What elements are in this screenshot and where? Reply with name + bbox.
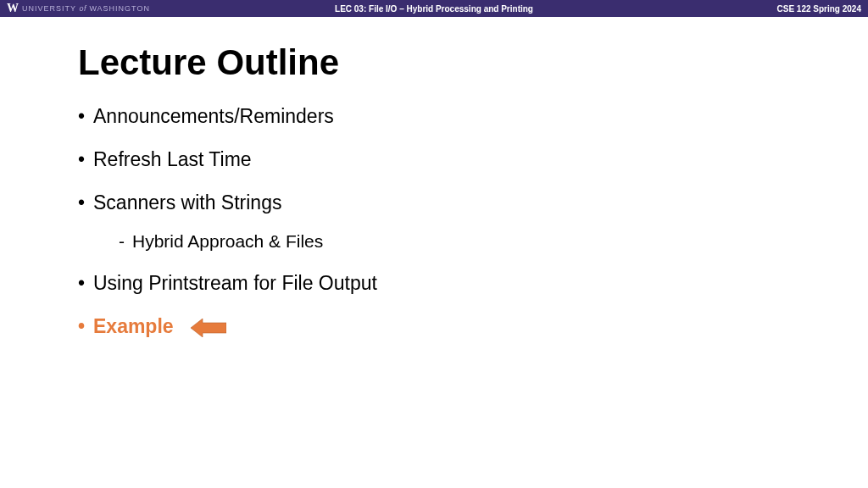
slide-title: Lecture Outline xyxy=(78,42,790,83)
university-suffix: WASHINGTON xyxy=(89,4,150,13)
outline-item-text: Example xyxy=(93,315,174,337)
outline-item-text: Announcements/Reminders xyxy=(93,105,334,127)
outline-item: Scanners with Strings Hybrid Approach & … xyxy=(78,191,790,252)
slide-content: Lecture Outline Announcements/Reminders … xyxy=(0,17,868,384)
university-of: of xyxy=(79,4,86,13)
university-branding: W UNIVERSITY of WASHINGTON xyxy=(7,2,150,15)
outline-sub-item: Hybrid Approach & Files xyxy=(119,231,790,252)
course-label: CSE 122 Spring 2024 xyxy=(777,4,862,14)
outline-item: Using Printstream for File Output xyxy=(78,272,790,295)
university-prefix: UNIVERSITY xyxy=(22,4,76,13)
university-name: UNIVERSITY of WASHINGTON xyxy=(22,4,150,13)
lecture-label: LEC 03: File I/O – Hybrid Processing and… xyxy=(335,4,533,14)
current-indicator-arrow-icon xyxy=(191,319,226,337)
svg-marker-0 xyxy=(191,319,226,337)
uw-logo-icon: W xyxy=(7,2,19,15)
outline-item-current: Example xyxy=(78,315,790,338)
outline-item: Refresh Last Time xyxy=(78,148,790,171)
outline-item: Announcements/Reminders xyxy=(78,105,790,128)
outline-item-text: Scanners with Strings xyxy=(93,191,281,214)
slide-header: W UNIVERSITY of WASHINGTON LEC 03: File … xyxy=(0,0,868,17)
outline-item-text: Using Printstream for File Output xyxy=(93,272,377,294)
outline-item-text: Refresh Last Time xyxy=(93,148,252,170)
outline-sub-item-text: Hybrid Approach & Files xyxy=(132,231,323,251)
outline-list: Announcements/Reminders Refresh Last Tim… xyxy=(78,105,790,338)
